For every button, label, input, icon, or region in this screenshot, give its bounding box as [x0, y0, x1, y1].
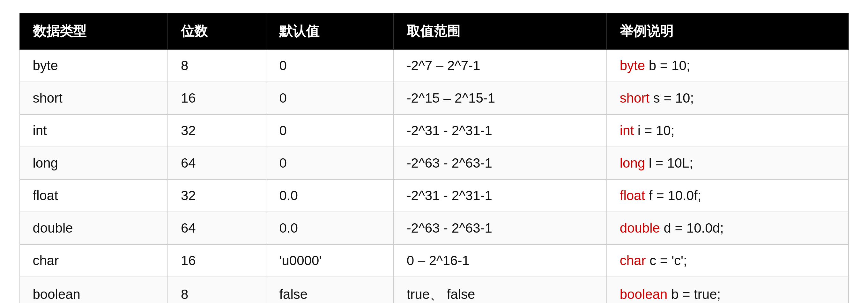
table-row: double640.0-2^63 - 2^63-1double d = 10.0… [20, 212, 848, 244]
table-wrapper: 数据类型 位数 默认值 取值范围 举例说明 byte80-2^7 – 2^7-1… [20, 13, 849, 303]
table-header-row: 数据类型 位数 默认值 取值范围 举例说明 [20, 13, 848, 49]
table-row: long640-2^63 - 2^63-1long l = 10L; [20, 147, 848, 179]
cell-range: -2^31 - 2^31-1 [394, 179, 607, 212]
cell-example: boolean b = true; [607, 277, 848, 303]
cell-type: int [20, 114, 168, 147]
cell-type: float [20, 179, 168, 212]
example-rest: c = 'c'; [646, 253, 687, 268]
cell-range: -2^7 – 2^7-1 [394, 49, 607, 82]
cell-type: boolean [20, 277, 168, 303]
header-range: 取值范围 [394, 13, 607, 49]
table-row: boolean8falsetrue、 falseboolean b = true… [20, 277, 848, 303]
cell-range: 0 – 2^16-1 [394, 244, 607, 277]
cell-default: 0 [266, 49, 393, 82]
cell-default: 0.0 [266, 179, 393, 212]
cell-bits: 32 [168, 179, 266, 212]
cell-range: -2^63 - 2^63-1 [394, 147, 607, 179]
cell-range: -2^31 - 2^31-1 [394, 114, 607, 147]
cell-example: char c = 'c'; [607, 244, 848, 277]
example-keyword: byte [620, 58, 645, 73]
example-keyword: short [620, 91, 650, 105]
example-rest: b = true; [668, 287, 721, 302]
cell-type: double [20, 212, 168, 244]
header-example: 举例说明 [607, 13, 848, 49]
table-row: byte80-2^7 – 2^7-1byte b = 10; [20, 49, 848, 82]
example-rest: l = 10L; [645, 156, 693, 170]
cell-bits: 32 [168, 114, 266, 147]
example-rest: f = 10.0f; [645, 188, 701, 203]
header-bits: 位数 [168, 13, 266, 49]
cell-bits: 16 [168, 82, 266, 114]
cell-example: long l = 10L; [607, 147, 848, 179]
table-row: char16'u0000'0 – 2^16-1char c = 'c'; [20, 244, 848, 277]
example-rest: i = 10; [634, 123, 674, 138]
example-rest: d = 10.0d; [660, 221, 724, 235]
cell-example: int i = 10; [607, 114, 848, 147]
table-row: short160-2^15 – 2^15-1short s = 10; [20, 82, 848, 114]
data-types-table: 数据类型 位数 默认值 取值范围 举例说明 byte80-2^7 – 2^7-1… [20, 13, 849, 303]
cell-bits: 8 [168, 49, 266, 82]
cell-example: float f = 10.0f; [607, 179, 848, 212]
cell-type: short [20, 82, 168, 114]
cell-bits: 64 [168, 212, 266, 244]
example-keyword: int [620, 123, 634, 138]
cell-type: long [20, 147, 168, 179]
cell-example: byte b = 10; [607, 49, 848, 82]
cell-bits: 16 [168, 244, 266, 277]
cell-example: short s = 10; [607, 82, 848, 114]
cell-default: 0 [266, 82, 393, 114]
cell-default: 'u0000' [266, 244, 393, 277]
cell-default: 0 [266, 147, 393, 179]
cell-default: false [266, 277, 393, 303]
cell-bits: 64 [168, 147, 266, 179]
cell-range: true、 false [394, 277, 607, 303]
cell-default: 0 [266, 114, 393, 147]
example-keyword: long [620, 156, 645, 170]
example-keyword: boolean [620, 287, 668, 302]
cell-range: -2^63 - 2^63-1 [394, 212, 607, 244]
example-rest: s = 10; [650, 91, 694, 105]
example-keyword: float [620, 188, 645, 203]
example-keyword: char [620, 253, 646, 268]
cell-default: 0.0 [266, 212, 393, 244]
example-keyword: double [620, 221, 660, 235]
cell-example: double d = 10.0d; [607, 212, 848, 244]
header-type: 数据类型 [20, 13, 168, 49]
table-row: float320.0-2^31 - 2^31-1float f = 10.0f; [20, 179, 848, 212]
cell-type: char [20, 244, 168, 277]
example-rest: b = 10; [645, 58, 690, 73]
table-row: int320-2^31 - 2^31-1int i = 10; [20, 114, 848, 147]
cell-range: -2^15 – 2^15-1 [394, 82, 607, 114]
header-default: 默认值 [266, 13, 393, 49]
cell-type: byte [20, 49, 168, 82]
cell-bits: 8 [168, 277, 266, 303]
